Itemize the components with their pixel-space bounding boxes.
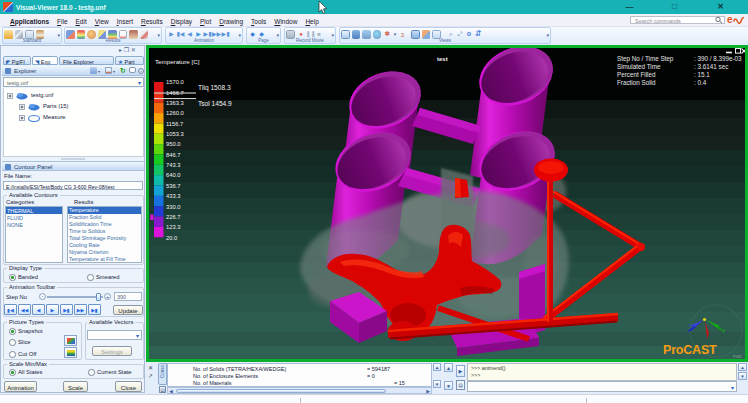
svg-text:1260.0: 1260.0 bbox=[166, 110, 184, 116]
svg-text:: 3.6141 sec: : 3.6141 sec bbox=[694, 63, 728, 70]
svg-text:Percent Filled: Percent Filled bbox=[617, 71, 656, 78]
svg-text:Fraction Solid: Fraction Solid bbox=[617, 79, 656, 86]
svg-text:Simulated Time: Simulated Time bbox=[617, 63, 661, 70]
svg-text:: 15.1: : 15.1 bbox=[694, 71, 710, 78]
svg-text:536.7: 536.7 bbox=[166, 183, 181, 189]
svg-text:226.7: 226.7 bbox=[166, 214, 181, 220]
svg-text:Step No / Time Step: Step No / Time Step bbox=[617, 55, 674, 63]
svg-text:950.0: 950.0 bbox=[166, 141, 181, 147]
svg-text:PV82: PV82 bbox=[733, 355, 742, 359]
svg-text:743.3: 743.3 bbox=[166, 162, 181, 168]
svg-text:1570.0: 1570.0 bbox=[166, 79, 184, 85]
svg-text:640.0: 640.0 bbox=[166, 172, 181, 178]
svg-text:1053.3: 1053.3 bbox=[166, 131, 184, 137]
svg-text:Tliq 1508.3: Tliq 1508.3 bbox=[198, 84, 231, 92]
svg-text:20.0: 20.0 bbox=[166, 235, 177, 241]
svg-text:123.3: 123.3 bbox=[166, 224, 181, 230]
svg-text:test: test bbox=[437, 56, 448, 62]
svg-text:330.0: 330.0 bbox=[166, 204, 181, 210]
svg-text:1156.7: 1156.7 bbox=[166, 121, 183, 127]
svg-text:846.7: 846.7 bbox=[166, 152, 181, 158]
svg-text:Y: Y bbox=[722, 329, 725, 334]
svg-text:: 390 / 8.399e-03: : 390 / 8.399e-03 bbox=[694, 55, 742, 62]
svg-text:e: e bbox=[727, 15, 733, 25]
svg-text:Tsol 1454.9: Tsol 1454.9 bbox=[198, 100, 232, 107]
svg-text:1363.3: 1363.3 bbox=[166, 100, 184, 106]
svg-text:ProCAST: ProCAST bbox=[663, 343, 717, 357]
svg-text:Temperature [C]: Temperature [C] bbox=[155, 58, 200, 65]
svg-text:433.3: 433.3 bbox=[166, 193, 181, 199]
svg-text:: 0.4: : 0.4 bbox=[694, 79, 707, 86]
